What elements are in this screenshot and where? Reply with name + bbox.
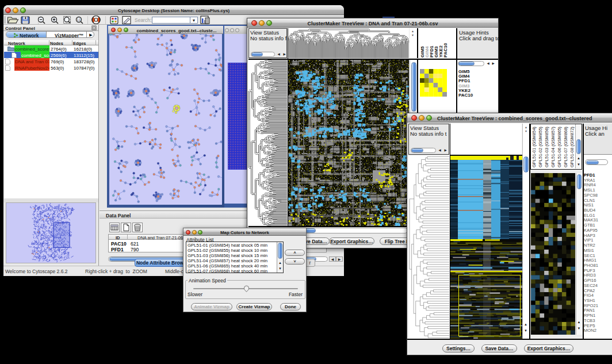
svg-text:1:1: 1:1: [77, 18, 81, 21]
